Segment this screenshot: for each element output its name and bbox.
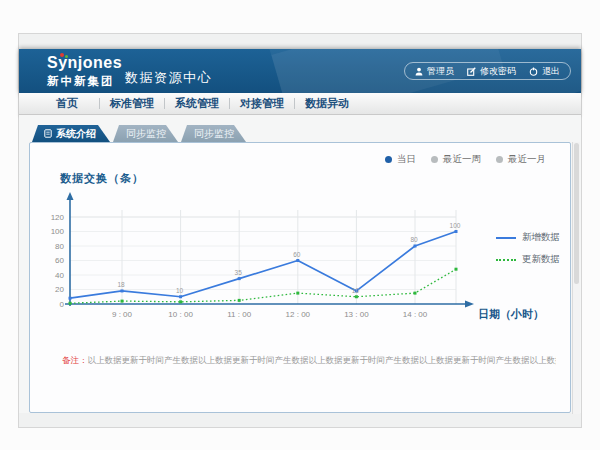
range-option-3[interactable]: 最近一月 [496,153,546,166]
radio-label: 最近一月 [508,153,546,166]
app-window: Synjones 新中新集团 数据资源中心 管理员 修改密码 退出 首页标准管理… [18,33,582,428]
app-header: Synjones 新中新集团 数据资源中心 管理员 修改密码 退出 [19,49,581,93]
range-filter: 当日最近一周最近一月 [385,153,546,166]
current-user-button[interactable]: 管理员 [415,65,454,78]
logo: Synjones 新中新集团 [47,54,122,89]
logout-button[interactable]: 退出 [529,65,560,78]
nav-item-1[interactable]: 首页 [35,96,99,111]
line-chart-svg: 0204060801001209 : 0010 : 0011 : 0012 : … [44,190,564,324]
vertical-scrollbar[interactable] [572,142,580,414]
nav-item-4[interactable]: 对接管理 [230,96,294,111]
header-actions: 管理员 修改密码 退出 [404,62,571,80]
footnote: 备注：以上数据更新于时间产生数据以上数据更新于时间产生数据以上数据更新于时间产生… [62,355,556,367]
svg-text:14 : 00: 14 : 00 [403,310,428,319]
radio-dot [431,156,438,163]
svg-text:10: 10 [352,287,360,294]
legend-label: 新增数据 [522,231,560,244]
svg-text:60: 60 [293,251,301,258]
svg-text:10 : 00: 10 : 00 [168,310,193,319]
document-icon [44,129,52,138]
legend-item-2[interactable]: 更新数据 [496,253,560,266]
legend-label: 更新数据 [522,253,560,266]
logo-red-dot-icon [60,53,64,57]
svg-text:100: 100 [51,227,65,236]
tab-label: 系统介绍 [56,127,96,141]
tab-label: 同步监控 [126,127,166,141]
range-option-2[interactable]: 最近一周 [431,153,481,166]
tab-3[interactable]: 同步监控 [181,125,246,142]
svg-text:80: 80 [55,242,64,251]
tab-bar: 系统介绍同步监控同步监控 [32,125,246,142]
change-password-label: 修改密码 [480,65,516,78]
svg-text:10: 10 [176,287,184,294]
nav-item-3[interactable]: 系统管理 [165,96,229,111]
scrollbar-thumb[interactable] [574,143,579,284]
svg-text:0: 0 [60,300,65,309]
radio-dot [496,156,503,163]
legend-line-sample [496,237,516,239]
main-nav: 首页标准管理系统管理对接管理数据异动 [19,93,581,115]
footnote-prefix: 备注： [62,355,88,365]
legend-line-sample [496,259,516,261]
logo-green-dot-icon [65,55,68,58]
radio-label: 最近一周 [443,153,481,166]
tab-1[interactable]: 系统介绍 [32,125,110,142]
nav-item-2[interactable]: 标准管理 [100,96,164,111]
edit-icon [467,67,476,76]
legend-item-1[interactable]: 新增数据 [496,231,560,244]
svg-text:100: 100 [450,222,461,229]
svg-text:80: 80 [410,236,418,243]
content-area: 系统介绍同步监控同步监控 当日最近一周最近一月 数据交换（条） 02040608… [19,115,581,413]
svg-text:40: 40 [55,271,64,280]
logo-brand-text: Synjones [47,54,122,72]
power-icon [529,67,538,76]
svg-text:日期（小时）: 日期（小时） [478,308,544,321]
svg-text:60: 60 [55,256,64,265]
tab-2[interactable]: 同步监控 [113,125,178,142]
svg-text:35: 35 [235,269,243,276]
app-title: 数据资源中心 [125,69,212,87]
svg-text:20: 20 [55,285,64,294]
logout-label: 退出 [542,65,560,78]
svg-text:18: 18 [117,281,125,288]
change-password-button[interactable]: 修改密码 [467,65,516,78]
svg-text:9 : 00: 9 : 00 [112,310,133,319]
chart-y-axis-title: 数据交换（条） [60,171,144,186]
chart-legend: 新增数据更新数据 [496,231,560,266]
tab-label: 同步监控 [194,127,234,141]
radio-dot [385,156,392,163]
range-option-1[interactable]: 当日 [385,153,416,166]
user-label: 管理员 [427,65,454,78]
nav-item-5[interactable]: 数据异动 [295,96,359,111]
radio-label: 当日 [397,153,416,166]
footnote-text: 以上数据更新于时间产生数据以上数据更新于时间产生数据以上数据更新于时间产生数据以… [88,355,557,365]
svg-text:12 : 00: 12 : 00 [286,310,311,319]
logo-company-name: 新中新集团 [47,74,122,89]
user-icon [415,67,423,76]
svg-text:13 : 00: 13 : 00 [344,310,369,319]
chart-area: 0204060801001209 : 0010 : 0011 : 0012 : … [44,190,566,326]
svg-text:120: 120 [51,213,65,222]
svg-text:11 : 00: 11 : 00 [227,310,251,319]
chart-panel: 当日最近一周最近一月 数据交换（条） 0204060801001209 : 00… [29,142,571,413]
